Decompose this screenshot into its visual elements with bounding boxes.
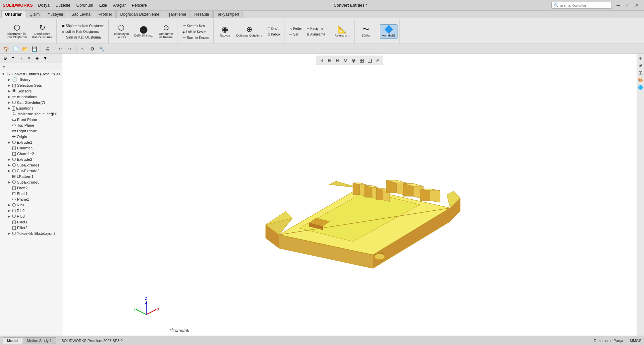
btn-save[interactable]: 💾 [30, 45, 38, 53]
btn-aynalama[interactable]: ⊞Aynalama [305, 32, 327, 37]
btn-sinir-kati[interactable]: 〰Sınır ile Katı Oluşturma [60, 35, 106, 40]
btn-options[interactable]: 🔧 [98, 45, 106, 53]
menu-duzenle[interactable]: Düzenle [53, 2, 73, 9]
btn-open[interactable]: 📂 [21, 45, 29, 53]
tree-item-right-plane[interactable]: ▶ ▭ Right Plane [0, 128, 62, 134]
tab-hesapla[interactable]: Hesapla [191, 11, 213, 18]
btn-loft-kesim[interactable]: ◈Loft ile Kesim [181, 29, 211, 34]
tab-unsurlar[interactable]: Unsurlar [1, 11, 25, 18]
tree-item-cut-extrude2[interactable]: ▶ ⬡ Cut-Extrude2 [0, 168, 62, 174]
sidebar-filter[interactable]: ▼ [0, 63, 62, 70]
tree-item-draft2[interactable]: ▶ ◱ Draft2 [0, 185, 62, 191]
btn-ekstruzyon-kati[interactable]: ⬡ Ekstrüzyon ileKatı Oluşturma [5, 23, 29, 40]
cut-extrude2-expand-icon[interactable]: ▶ [7, 169, 11, 173]
vp-btn-zoom-fit[interactable]: ⊡ [318, 57, 325, 64]
yukseklik-expand-icon[interactable]: ▶ [7, 231, 11, 235]
btn-kivrimli-kes[interactable]: 〜Kıvrımlı Kes [181, 23, 211, 29]
vp-btn-rotate[interactable]: ↻ [342, 57, 349, 64]
rp-btn-appear[interactable]: 🎨 [638, 77, 644, 83]
tree-item-shell1[interactable]: ▶ ◻ Shell1 [0, 191, 62, 196]
menu-gorunum[interactable]: Görünüm [74, 2, 96, 9]
btn-sinir-kesme[interactable]: 〰Sınır ile Kesme [181, 35, 211, 40]
tree-item-plane1[interactable]: ▶ ▭ Plane1 [0, 196, 62, 202]
tab-sac-levha[interactable]: Sac Levha [68, 11, 94, 18]
vp-btn-display[interactable]: ▦ [358, 57, 365, 64]
tab-dogrudan-duzenleme[interactable]: Doğrudan Düzenleme [116, 11, 163, 18]
btn-draft[interactable]: ◱Draft [266, 26, 282, 31]
annotations-expand-icon[interactable]: ▶ [7, 95, 11, 99]
root-expand-icon[interactable]: ▼ [1, 72, 5, 76]
rib1-expand-icon[interactable]: ▶ [7, 203, 11, 207]
tree-item-fillet2[interactable]: ▶ ◱ Fillet2 [0, 225, 62, 230]
sidebar-btn-close[interactable]: ✕ [25, 55, 33, 62]
tree-item-fillet1[interactable]: ▶ ◱ Fillet1 [0, 219, 62, 225]
btn-kesisme[interactable]: ✂Kesişme [305, 26, 327, 31]
btn-print[interactable]: 🖨 [43, 45, 51, 53]
equations-expand-icon[interactable]: ▶ [7, 106, 11, 110]
tab-yuzeyler[interactable]: Yüzeyler [44, 11, 67, 18]
extrude2-expand-icon[interactable]: ▶ [7, 157, 11, 161]
minimize-button[interactable]: ─ [614, 2, 623, 9]
rp-btn-section[interactable]: ◫ [638, 70, 644, 76]
vp-btn-view-options[interactable]: ◉ [350, 57, 357, 64]
btn-undo[interactable]: ↩ [56, 45, 64, 53]
rib3-expand-icon[interactable]: ▶ [7, 214, 11, 218]
btn-aninda3b[interactable]: 🔷 Anında3B [380, 24, 398, 39]
tree-item-origin[interactable]: ▶ ✛ Origin [0, 134, 62, 139]
vp-btn-zoom-out[interactable]: ⊖ [334, 57, 341, 64]
tree-item-annotations[interactable]: ▶ ✏ Annotations [0, 94, 62, 99]
btn-referans[interactable]: 📐 Referans ... [332, 25, 352, 38]
close-button[interactable]: ✕ [633, 2, 641, 9]
tree-item-cut-extrude3[interactable]: ▶ ⬡ Cut-Extrude3 [0, 179, 62, 185]
vp-btn-section[interactable]: ◫ [366, 57, 373, 64]
tree-item-history[interactable]: ▶ 🕐 History [0, 77, 62, 82]
viewport[interactable]: ⊡ ⊕ ⊖ ↻ ◉ ▦ ◫ ☀ [62, 54, 637, 336]
rp-btn-display[interactable]: ◉ [638, 62, 644, 68]
tab-isaretleme[interactable]: İşaretleme [164, 11, 190, 18]
tree-item-rib2[interactable]: ▶ ⬡ Rib2 [0, 208, 62, 213]
menu-araclar[interactable]: Araçlar [110, 2, 128, 9]
btn-home[interactable]: 🏠 [2, 45, 10, 53]
tree-item-front-plane[interactable]: ▶ ▭ Front Plane [0, 117, 62, 122]
tree-item-selection-sets[interactable]: ▶ ◫ Selection Sets [0, 82, 62, 88]
tree-item-chamfer1[interactable]: ▶ ◱ Chamfer1 [0, 145, 62, 151]
cut-extrude3-expand-icon[interactable]: ▶ [7, 180, 11, 184]
tree-item-rib3[interactable]: ▶ ⬡ Rib3 [0, 213, 62, 219]
sensors-expand-icon[interactable]: ▶ [7, 89, 11, 93]
maximize-button[interactable]: □ [623, 2, 632, 9]
tab-profiller[interactable]: Profiller [95, 11, 116, 18]
tree-item-yukseklik-ekstruzyon2[interactable]: ▶ ⬡ Yükseklik-Ekstrüzyon2 [0, 230, 62, 236]
vp-btn-zoom-in[interactable]: ⊕ [326, 57, 333, 64]
btn-loft-kati[interactable]: ◈Loft ile Katı Oluşturma [60, 29, 106, 34]
btn-delik[interactable]: ⬤ Delik Sihirbazı [132, 25, 156, 38]
btn-supurerek[interactable]: ⬢Süpürerek Katı Oluşturma [60, 23, 106, 28]
menu-ekle[interactable]: Ekle [97, 2, 110, 9]
btn-dondurek-kati[interactable]: ↻ DöndürerekKatı Oluşturma [30, 23, 54, 40]
sidebar-btn-config[interactable]: ◈ [34, 55, 41, 62]
btn-egriler[interactable]: 〜 Eğriler [358, 25, 374, 38]
selection-expand-icon[interactable]: ▶ [7, 83, 11, 87]
cut-extrude1-expand-icon[interactable]: ▶ [7, 163, 11, 167]
extrude1-expand-icon[interactable]: ▶ [7, 140, 11, 144]
history-expand-icon[interactable]: ▶ [7, 78, 11, 82]
tab-motion-study[interactable]: Motion Study 1 [23, 337, 56, 344]
sidebar-btn-list[interactable]: ≡ [9, 55, 17, 62]
btn-feder[interactable]: ∿Feder [288, 26, 304, 31]
tab-tekraz[interactable]: TekyazXpert [213, 11, 243, 18]
tree-item-equations[interactable]: ▶ ∑ Equations [0, 105, 62, 111]
tree-item-kati-govdeler[interactable]: ▶ ⬡ Katı Gövdeler(7) [0, 99, 62, 105]
sidebar-btn-expand[interactable]: ▼ [42, 55, 49, 62]
menu-pencere[interactable]: Pencere [129, 2, 150, 9]
tree-item-cut-extrude1[interactable]: ▶ ⬡ Cut-Extrude1 [0, 162, 62, 168]
vp-btn-lights[interactable]: ☀ [374, 57, 381, 64]
tree-item-malzeme[interactable]: ▶ 🗂 Malzeme <belirli değil> [0, 111, 62, 117]
tab-model[interactable]: Model [3, 337, 22, 344]
tree-root[interactable]: ▼ 🗂 Convert Entities (Default) <<D [0, 71, 62, 77]
search-box[interactable]: 🔍 [551, 2, 612, 9]
btn-radyus[interactable]: ◉ Radyus [217, 25, 233, 38]
btn-cursor[interactable]: ↖ [79, 45, 87, 53]
tree-item-chamfer2[interactable]: ▶ ◱ Chamfer2 [0, 151, 62, 156]
tree-item-extrude1[interactable]: ▶ ⬡ Extrude1 [0, 139, 62, 145]
btn-redo[interactable]: ↪ [66, 45, 74, 53]
tab-cizim[interactable]: Çizim [26, 11, 43, 18]
